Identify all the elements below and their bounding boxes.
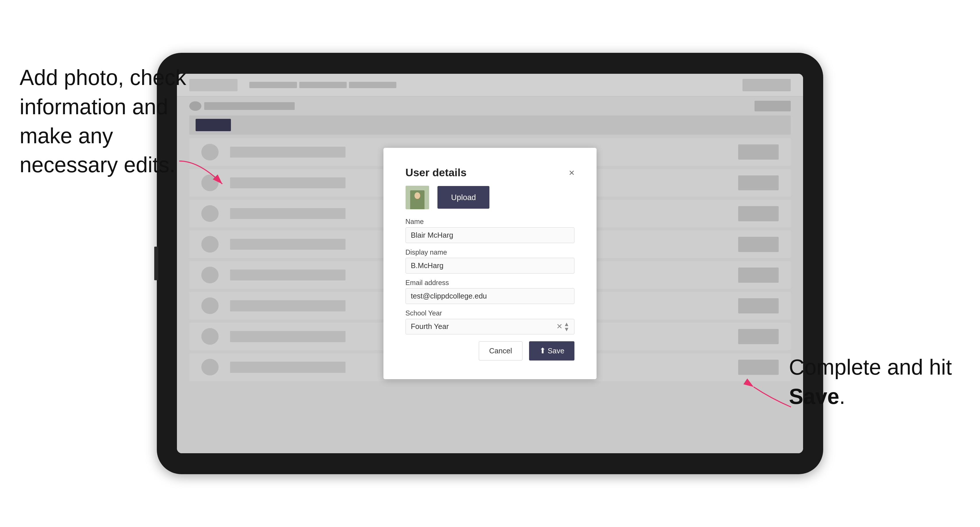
display-name-input[interactable] (406, 258, 575, 273)
name-field-group: Name (406, 217, 575, 243)
tablet-side-button (154, 246, 158, 281)
school-year-input[interactable] (406, 319, 575, 335)
school-year-wrapper: ✕ ▲ ▼ (406, 319, 575, 335)
user-details-modal: User details × Upload N (383, 148, 597, 379)
display-name-label: Display name (406, 248, 575, 256)
modal-footer: Cancel ⬆ Save (406, 341, 575, 360)
tablet-screen: User details × Upload N (177, 74, 803, 453)
save-icon: ⬆ (539, 346, 546, 356)
school-year-label: School Year (406, 309, 575, 317)
tablet-frame: User details × Upload N (157, 53, 823, 475)
photo-head (414, 192, 420, 199)
upload-button[interactable]: Upload (438, 186, 489, 209)
modal-title: User details (406, 167, 467, 179)
annotation-right: Complete and hit Save. (789, 353, 965, 411)
email-label: Email address (406, 279, 575, 287)
school-year-field-group: School Year ✕ ▲ ▼ (406, 309, 575, 334)
photo-upload-area: Upload (406, 186, 575, 209)
chevron-down-icon: ▼ (564, 327, 570, 332)
school-year-clear-button[interactable]: ✕ (556, 323, 563, 330)
annotation-left: Add photo, check information and make an… (19, 63, 196, 179)
save-label: Save (548, 347, 565, 355)
school-year-arrows[interactable]: ▲ ▼ (564, 321, 570, 332)
school-year-controls: ✕ ▲ ▼ (556, 321, 570, 332)
name-input[interactable] (406, 227, 575, 243)
email-input[interactable] (406, 288, 575, 304)
save-button[interactable]: ⬆ Save (529, 341, 574, 360)
modal-close-button[interactable]: × (569, 168, 575, 178)
modal-overlay: User details × Upload N (177, 74, 803, 453)
cancel-button[interactable]: Cancel (479, 341, 522, 360)
email-field-group: Email address (406, 279, 575, 304)
photo-thumbnail (406, 186, 429, 209)
display-name-field-group: Display name (406, 248, 575, 273)
photo-figure (410, 190, 424, 209)
modal-header: User details × (406, 167, 575, 179)
scene: Add photo, check information and make an… (0, 0, 980, 527)
name-label: Name (406, 217, 575, 225)
